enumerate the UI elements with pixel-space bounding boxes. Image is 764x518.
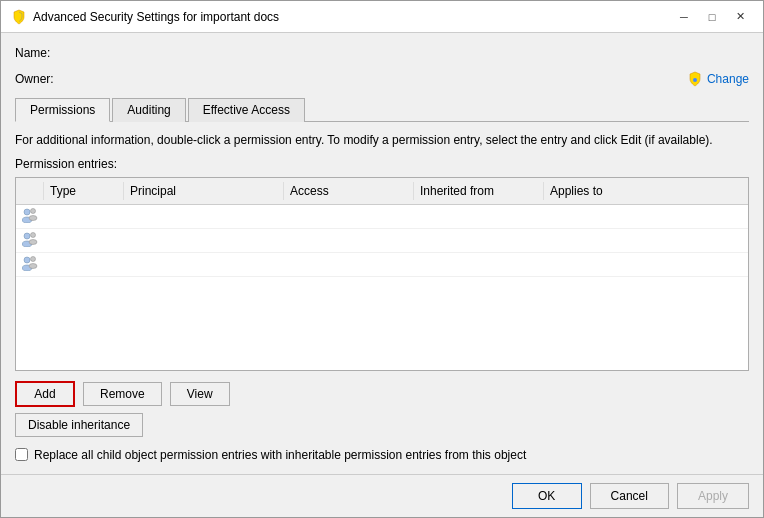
col-principal: Principal [124, 182, 284, 200]
replace-permissions-row: Replace all child object permission entr… [15, 447, 749, 464]
table-header: Type Principal Access Inherited from App… [16, 178, 748, 205]
user-group-icon [22, 231, 38, 247]
col-inherited: Inherited from [414, 182, 544, 200]
dialog-content: Name: Owner: Change Permissions Auditing [1, 33, 763, 474]
svg-point-12 [29, 263, 37, 268]
cancel-button[interactable]: Cancel [590, 483, 669, 509]
tab-permissions[interactable]: Permissions [15, 98, 110, 122]
row1-principal [124, 214, 284, 218]
svg-point-1 [24, 209, 30, 215]
title-bar-left: Advanced Security Settings for important… [11, 9, 279, 25]
change-link[interactable]: Change [687, 71, 749, 87]
title-bar: Advanced Security Settings for important… [1, 1, 763, 33]
table-row[interactable] [16, 253, 748, 277]
svg-point-3 [31, 208, 36, 213]
row3-access [284, 262, 414, 266]
window-icon [11, 9, 27, 25]
remove-button[interactable]: Remove [83, 382, 162, 406]
table-body [16, 205, 748, 370]
permission-entries-label: Permission entries: [15, 157, 749, 171]
row3-principal [124, 262, 284, 266]
change-label: Change [707, 72, 749, 86]
user-group-icon [22, 255, 38, 271]
row3-icon-cell [16, 253, 44, 276]
row3-inherited [414, 262, 544, 266]
row1-icon-cell [16, 205, 44, 228]
permissions-table: Type Principal Access Inherited from App… [15, 177, 749, 371]
minimize-button[interactable]: ─ [671, 7, 697, 27]
change-shield-icon [687, 71, 703, 87]
maximize-button[interactable]: □ [699, 7, 725, 27]
name-row: Name: [15, 43, 749, 63]
tab-effective-access[interactable]: Effective Access [188, 98, 305, 122]
action-buttons-row: Add Remove View [15, 381, 749, 407]
tabs-bar: Permissions Auditing Effective Access [15, 97, 749, 122]
svg-point-9 [24, 257, 30, 263]
row3-type [44, 262, 124, 266]
svg-point-7 [31, 232, 36, 237]
col-type: Type [44, 182, 124, 200]
svg-point-11 [31, 256, 36, 261]
svg-point-5 [24, 233, 30, 239]
row1-type [44, 214, 124, 218]
col-icon [16, 182, 44, 200]
tab-auditing[interactable]: Auditing [112, 98, 185, 122]
row2-icon-cell [16, 229, 44, 252]
row1-inherited [414, 214, 544, 218]
row1-applies [544, 214, 748, 218]
row2-type [44, 238, 124, 242]
replace-permissions-checkbox[interactable] [15, 448, 28, 461]
window-title: Advanced Security Settings for important… [33, 10, 279, 24]
table-row[interactable] [16, 229, 748, 253]
disable-inheritance-button[interactable]: Disable inheritance [15, 413, 143, 437]
owner-label: Owner: [15, 72, 65, 86]
info-text: For additional information, double-click… [15, 132, 749, 149]
table-row[interactable] [16, 205, 748, 229]
close-button[interactable]: ✕ [727, 7, 753, 27]
name-label: Name: [15, 46, 65, 60]
dialog-footer: OK Cancel Apply [1, 474, 763, 517]
row1-access [284, 214, 414, 218]
title-buttons: ─ □ ✕ [671, 7, 753, 27]
row2-access [284, 238, 414, 242]
owner-row: Owner: Change [15, 69, 749, 89]
row2-applies [544, 238, 748, 242]
svg-point-0 [693, 78, 697, 82]
disable-inheritance-row: Disable inheritance [15, 413, 749, 437]
main-window: Advanced Security Settings for important… [0, 0, 764, 518]
col-access: Access [284, 182, 414, 200]
ok-button[interactable]: OK [512, 483, 582, 509]
view-button[interactable]: View [170, 382, 230, 406]
col-applies: Applies to [544, 182, 748, 200]
row2-inherited [414, 238, 544, 242]
user-group-icon [22, 207, 38, 223]
svg-point-4 [29, 215, 37, 220]
row2-principal [124, 238, 284, 242]
apply-button[interactable]: Apply [677, 483, 749, 509]
row3-applies [544, 262, 748, 266]
add-button[interactable]: Add [15, 381, 75, 407]
replace-permissions-label: Replace all child object permission entr… [34, 447, 526, 464]
svg-point-8 [29, 239, 37, 244]
